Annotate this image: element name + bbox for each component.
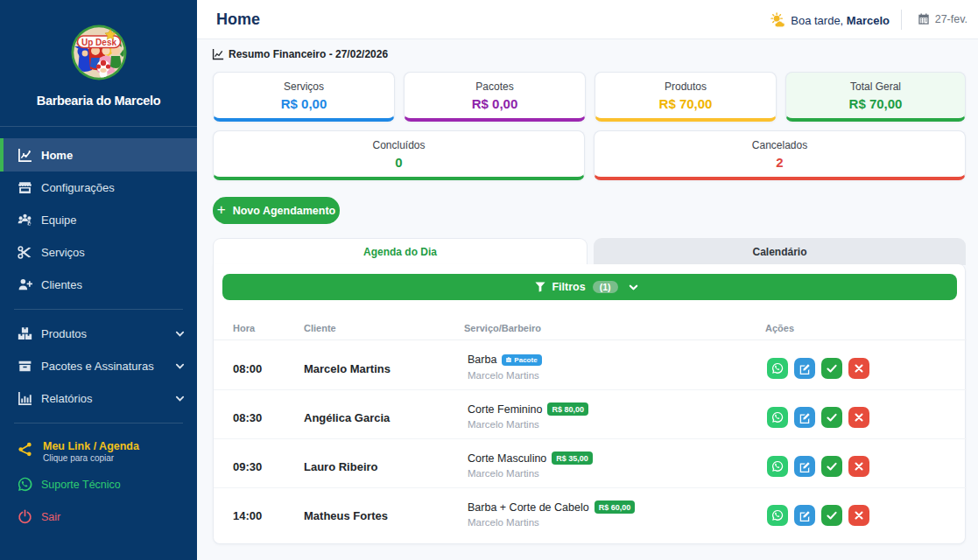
svg-text:Up Desk: Up Desk — [81, 38, 116, 47]
